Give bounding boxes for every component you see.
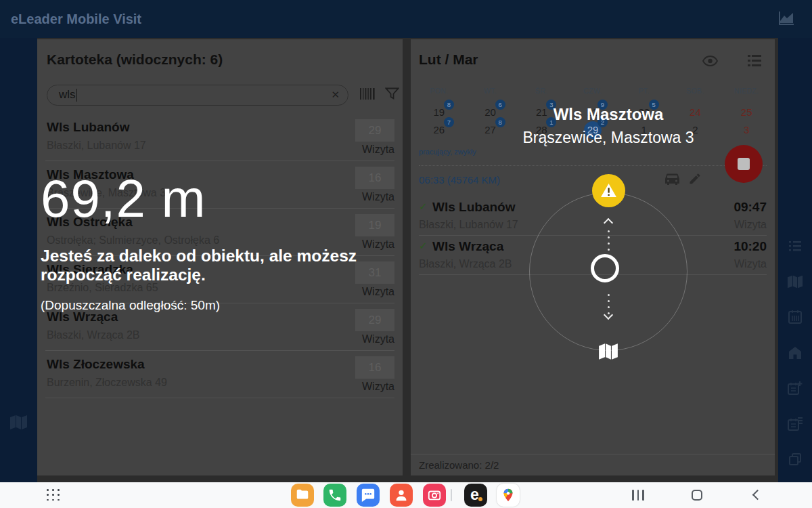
map-view-icon[interactable] — [787, 274, 803, 290]
map-icon[interactable] — [9, 415, 28, 430]
warning-button[interactable] — [592, 174, 625, 207]
search-value: wls — [59, 88, 76, 102]
current-position-ring — [591, 254, 619, 282]
visit-time: 10:20 — [734, 239, 767, 254]
weekday-label: PT. — [618, 87, 670, 95]
google-maps-icon[interactable] — [497, 484, 520, 507]
visit-store-name: Wls Lubanów — [432, 200, 515, 215]
car-icon[interactable] — [663, 173, 681, 189]
contacts-icon[interactable] — [390, 484, 413, 507]
search-input[interactable]: wls ✕ — [47, 85, 348, 106]
weekday-label: CZW. — [567, 87, 618, 95]
visit-type-label: Wizyta — [340, 144, 394, 156]
map-icon — [598, 343, 618, 360]
target-store-name: Wls Masztowa — [439, 105, 777, 124]
store-address: Ostrołęka; Sulmierzyce, Ostrołęka 6 — [47, 234, 219, 247]
warning-triangle-icon — [600, 183, 617, 198]
clear-search-icon[interactable]: ✕ — [331, 89, 340, 101]
calendar-day-icon[interactable] — [787, 309, 803, 325]
too-far-message: Jesteś za daleko od obiektu, ale możesz … — [41, 247, 406, 284]
visit-store-address: Błaszki, Wrząca 2B — [419, 258, 512, 270]
home-icon[interactable] — [787, 345, 803, 361]
visit-type-label: Wizyta — [734, 219, 767, 231]
screen: eLeader Mobile Visit + — [0, 0, 812, 508]
all-apps-icon[interactable] — [47, 489, 60, 501]
recents-button[interactable] — [632, 490, 644, 501]
calendar-add-icon[interactable] — [787, 380, 803, 396]
route-info: 06:33 (45764 KM) — [419, 174, 500, 186]
weekday-label: SOB. — [670, 87, 721, 95]
message-line-1: Jesteś za daleko od obiektu, ale możesz — [41, 247, 406, 266]
store-name: Wls Złoczewska — [47, 357, 145, 372]
visit-store-address: Błaszki, Lubanów 17 — [419, 219, 518, 231]
visit-type-label: Wizyta — [734, 258, 767, 270]
store-address: Burzenin, Złoczewska 49 — [47, 377, 167, 389]
target-store-address: Brąszewice, Masztowa 3 — [439, 129, 777, 147]
store-address: Błaszki, Wrząca 2B — [47, 329, 140, 341]
eleader-app-icon[interactable]: e — [464, 484, 487, 507]
weekday-label: WT. — [465, 87, 516, 95]
open-map-button[interactable] — [598, 343, 618, 360]
visit-type-label: Wizyta — [340, 286, 394, 298]
stop-square-icon — [738, 158, 750, 170]
visit-time: 09:47 — [734, 200, 767, 215]
eye-icon[interactable] — [702, 56, 718, 69]
app-top-bar: eLeader Mobile Visit — [0, 0, 812, 38]
message-line-2: rozpocząć realizację. — [41, 266, 406, 284]
taskbar-divider — [451, 489, 452, 501]
app-title: eLeader Mobile Visit — [11, 0, 141, 38]
filter-icon[interactable] — [385, 87, 399, 103]
kartoteka-title: Kartoteka (widocznych: 6) — [47, 51, 223, 68]
agenda-view-icon[interactable] — [746, 54, 763, 70]
task-count-badge: 16 — [355, 356, 394, 379]
visit-type-label: Wizyta — [340, 333, 394, 345]
visit-type-label: Wizyta — [340, 381, 394, 393]
store-address: Błaszki, Lubanów 17 — [47, 140, 146, 152]
list-view-icon[interactable] — [787, 238, 803, 254]
weekday-label: NIEDZ. — [721, 87, 772, 95]
system-taskbar: e — [0, 482, 812, 508]
back-button[interactable] — [752, 490, 763, 501]
search-row: wls ✕ — [47, 84, 393, 106]
month-title: Lut / Mar — [419, 51, 478, 68]
visit-store-name: Wls Wrząca — [432, 239, 503, 254]
right-rail — [778, 38, 812, 482]
check-icon: ✓ — [419, 240, 428, 252]
completed-counter: Zrealizowano: 2/2 — [419, 459, 499, 471]
calendar-legend: pracujący, zwykły — [419, 148, 476, 156]
allowed-distance: (Dopuszczalna odległość: 50m) — [41, 298, 220, 313]
task-count-badge: 16 — [355, 167, 394, 189]
weekday-header: PON. WT. ŚR. CZW. PT. SOB. NIEDZ. — [413, 87, 772, 95]
stop-visit-button[interactable] — [725, 145, 763, 183]
stats-chart-icon[interactable] — [777, 10, 796, 27]
task-count-badge: 19 — [355, 214, 394, 236]
list-item[interactable]: Wls Lubanów Błaszki, Lubanów 17 29 Wizyt… — [45, 114, 394, 161]
windows-overlap-icon[interactable] — [787, 451, 803, 467]
edit-pencil-icon[interactable] — [688, 172, 702, 188]
folder-icon[interactable] — [291, 484, 314, 507]
home-button[interactable] — [692, 490, 702, 501]
task-count-badge: 29 — [355, 309, 394, 331]
calendar-agenda-icon[interactable] — [787, 416, 803, 432]
barcode-icon[interactable] — [359, 87, 376, 103]
check-icon: ✓ — [419, 200, 428, 213]
camera-icon[interactable] — [423, 484, 446, 507]
list-item[interactable]: Wls Złoczewska Burzenin, Złoczewska 49 1… — [45, 351, 394, 398]
visit-type-label: Wizyta — [340, 191, 394, 203]
text-caret — [76, 89, 78, 102]
store-name: Wls Lubanów — [47, 120, 129, 135]
phone-icon[interactable] — [323, 484, 346, 507]
dashed-line-up — [608, 230, 610, 255]
messages-icon[interactable] — [357, 484, 380, 507]
weekday-label: PON. — [413, 87, 465, 95]
task-count-badge: 29 — [355, 119, 394, 142]
left-rail: + — [0, 38, 37, 482]
dotted-divider — [419, 165, 767, 166]
distance-readout: 69,2 m — [41, 168, 206, 230]
panel-footer: Zrealizowano: 2/2 — [411, 454, 775, 475]
weekday-label: ŚR. — [516, 87, 567, 95]
